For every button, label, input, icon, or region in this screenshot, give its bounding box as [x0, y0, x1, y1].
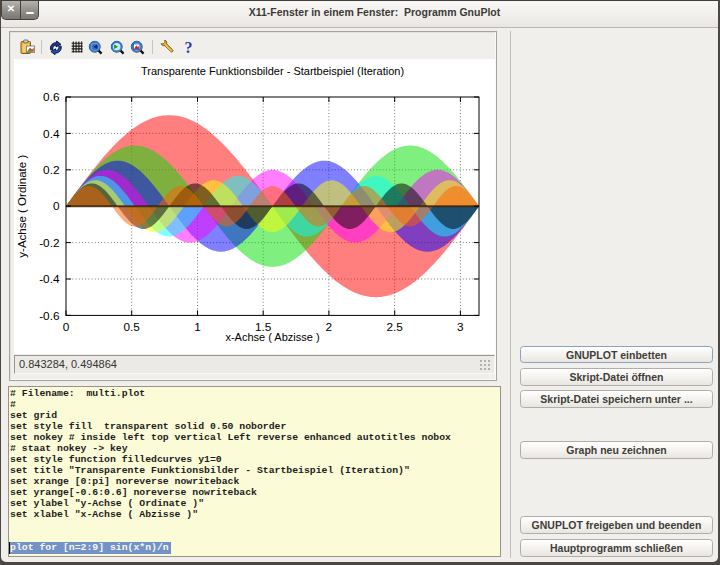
svg-text:y-Achse ( Ordinate ): y-Achse ( Ordinate ): [16, 155, 28, 258]
svg-text:0.5: 0.5: [123, 320, 140, 334]
svg-text:Transparente Funktionsbilder -: Transparente Funktionsbilder - Startbeis…: [141, 65, 404, 77]
svg-text:x-Achse ( Abzisse ): x-Achse ( Abzisse ): [225, 331, 319, 343]
svg-text:2.5: 2.5: [386, 320, 403, 334]
svg-text:0: 0: [53, 199, 60, 213]
svg-text:-0.2: -0.2: [39, 236, 59, 250]
svg-text:2: 2: [326, 320, 333, 334]
svg-text:3: 3: [457, 320, 464, 334]
svg-text:0.4: 0.4: [43, 127, 60, 141]
svg-text:?: ?: [185, 39, 193, 56]
svg-text:-0.4: -0.4: [39, 272, 60, 286]
svg-text:-0.6: -0.6: [39, 309, 60, 323]
svg-text:0.6: 0.6: [43, 90, 60, 104]
svg-text:0.2: 0.2: [43, 163, 59, 177]
svg-text:0: 0: [63, 320, 70, 334]
svg-text:1: 1: [194, 320, 201, 334]
